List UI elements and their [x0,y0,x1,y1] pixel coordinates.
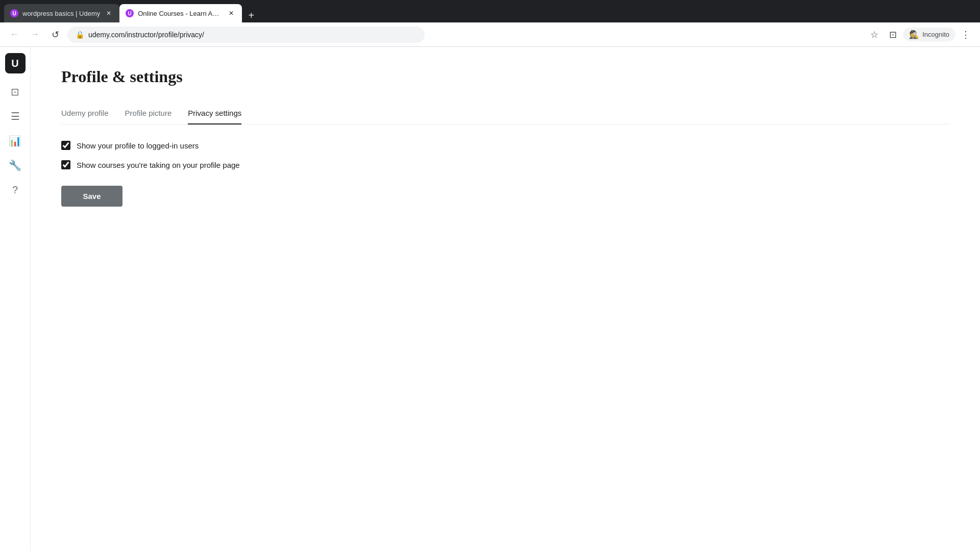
tab-close-1[interactable]: ✕ [104,9,113,18]
tab-title-2: Online Courses - Learn Anythin... [138,10,223,17]
tab-bar: U wordpress basics | Udemy ✕ U Online Co… [0,0,980,22]
checkbox-row-2: Show courses you're taking on your profi… [61,160,949,169]
new-tab-button[interactable]: + [244,8,258,22]
page-title: Profile & settings [61,67,949,86]
browser-tab-2[interactable]: U Online Courses - Learn Anythin... ✕ [119,4,242,22]
back-button[interactable]: ← [6,27,22,43]
tab-udemy-profile[interactable]: Udemy profile [61,103,109,124]
tab-close-2[interactable]: ✕ [227,9,236,18]
sidebar-item-dashboard[interactable]: ⊡ [5,82,26,102]
app-layout: U ⊡ ☰ 📊 🔧 ? Profile & settings Udemy pro… [0,47,980,551]
incognito-icon: 🕵 [909,30,919,39]
profile-button[interactable]: ⊡ [885,27,901,43]
show-profile-checkbox[interactable] [61,141,70,150]
chart-icon: 📊 [9,135,21,147]
sidebar-item-messages[interactable]: ☰ [5,106,26,127]
address-text: udemy.com/instructor/profile/privacy/ [88,31,416,39]
tab-profile-picture[interactable]: Profile picture [125,103,172,124]
sidebar-item-help[interactable]: ? [5,180,26,200]
tools-icon: 🔧 [9,159,21,171]
lock-icon: 🔒 [76,31,84,39]
tab-privacy-settings[interactable]: Privacy settings [188,103,241,124]
sidebar-logo[interactable]: U [5,53,26,73]
main-content: Profile & settings Udemy profile Profile… [31,47,980,551]
sidebar-item-tools[interactable]: 🔧 [5,155,26,176]
tab-favicon-2: U [126,9,134,17]
tab-title-1: wordpress basics | Udemy [22,10,100,17]
more-button[interactable]: ⋮ [958,27,974,43]
bookmark-button[interactable]: ☆ [866,27,883,43]
monitor-icon: ⊡ [11,86,19,98]
show-courses-checkbox[interactable] [61,160,70,169]
help-icon: ? [12,184,18,196]
message-icon: ☰ [11,110,20,122]
show-profile-label[interactable]: Show your profile to logged-in users [77,141,199,150]
incognito-badge[interactable]: 🕵 Incognito [903,28,955,41]
sidebar: U ⊡ ☰ 📊 🔧 ? [0,47,31,551]
incognito-label: Incognito [922,31,949,38]
forward-button[interactable]: → [27,27,43,43]
tabs-nav: Udemy profile Profile picture Privacy se… [61,103,949,124]
checkbox-row-1: Show your profile to logged-in users [61,141,949,150]
show-courses-label[interactable]: Show courses you're taking on your profi… [77,161,240,169]
browser-tab-1[interactable]: U wordpress basics | Udemy ✕ [4,4,119,22]
privacy-section: Show your profile to logged-in users Sho… [61,141,949,169]
save-button[interactable]: Save [61,186,122,207]
tab-favicon-1: U [10,9,18,17]
sidebar-item-analytics[interactable]: 📊 [5,131,26,151]
nav-bar: ← → ↺ 🔒 udemy.com/instructor/profile/pri… [0,22,980,47]
nav-right: ☆ ⊡ 🕵 Incognito ⋮ [866,27,974,43]
address-bar[interactable]: 🔒 udemy.com/instructor/profile/privacy/ [67,27,425,43]
refresh-button[interactable]: ↺ [47,27,63,43]
browser-chrome: U wordpress basics | Udemy ✕ U Online Co… [0,0,980,47]
